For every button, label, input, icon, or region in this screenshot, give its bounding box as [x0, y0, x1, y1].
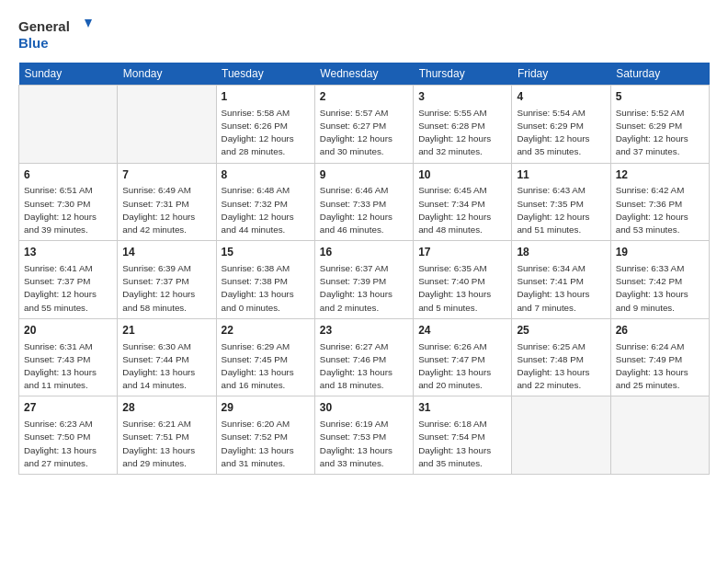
calendar-week-4: 20Sunrise: 6:31 AM Sunset: 7:43 PM Dayli…: [19, 318, 710, 396]
day-number: 20: [24, 323, 112, 339]
day-number: 22: [222, 323, 310, 339]
calendar-cell: 10Sunrise: 6:45 AM Sunset: 7:34 PM Dayli…: [414, 163, 512, 241]
day-number: 16: [320, 245, 408, 260]
day-number: 11: [517, 167, 605, 183]
calendar-cell: 13Sunrise: 6:41 AM Sunset: 7:37 PM Dayli…: [19, 241, 118, 319]
day-info: Sunrise: 5:55 AM Sunset: 6:28 PM Dayligh…: [418, 107, 506, 159]
day-number: 4: [517, 89, 605, 105]
day-info: Sunrise: 6:42 AM Sunset: 7:36 PM Dayligh…: [616, 184, 704, 236]
calendar-week-5: 27Sunrise: 6:23 AM Sunset: 7:50 PM Dayli…: [19, 396, 710, 475]
day-info: Sunrise: 6:43 AM Sunset: 7:35 PM Dayligh…: [517, 184, 605, 236]
day-header-monday: Monday: [118, 63, 216, 86]
day-number: 25: [517, 323, 605, 339]
calendar-cell: 18Sunrise: 6:34 AM Sunset: 7:41 PM Dayli…: [512, 241, 610, 319]
svg-marker-2: [85, 19, 92, 28]
day-info: Sunrise: 6:25 AM Sunset: 7:48 PM Dayligh…: [517, 340, 605, 393]
day-info: Sunrise: 6:38 AM Sunset: 7:38 PM Dayligh…: [222, 262, 310, 315]
day-number: 23: [320, 323, 408, 339]
calendar-cell: 21Sunrise: 6:30 AM Sunset: 7:44 PM Dayli…: [118, 318, 216, 396]
calendar-cell: 28Sunrise: 6:21 AM Sunset: 7:51 PM Dayli…: [118, 396, 216, 475]
calendar-cell: 23Sunrise: 6:27 AM Sunset: 7:46 PM Dayli…: [314, 318, 413, 396]
calendar-table: SundayMondayTuesdayWednesdayThursdayFrid…: [18, 63, 710, 475]
calendar-cell: [118, 86, 216, 164]
calendar-cell: 7Sunrise: 6:49 AM Sunset: 7:31 PM Daylig…: [118, 163, 216, 241]
day-number: 31: [418, 400, 506, 416]
day-number: 5: [616, 89, 704, 105]
calendar-cell: 20Sunrise: 6:31 AM Sunset: 7:43 PM Dayli…: [19, 318, 118, 396]
calendar-cell: 22Sunrise: 6:29 AM Sunset: 7:45 PM Dayli…: [216, 318, 314, 396]
logo: General Blue: [18, 15, 92, 53]
day-info: Sunrise: 6:23 AM Sunset: 7:50 PM Dayligh…: [24, 418, 112, 470]
calendar-cell: 26Sunrise: 6:24 AM Sunset: 7:49 PM Dayli…: [610, 318, 709, 396]
calendar-cell: 1Sunrise: 5:58 AM Sunset: 6:26 PM Daylig…: [216, 86, 314, 164]
day-number: 26: [616, 323, 704, 339]
calendar-cell: [610, 396, 709, 475]
header: General Blue: [18, 15, 710, 53]
calendar-cell: 19Sunrise: 6:33 AM Sunset: 7:42 PM Dayli…: [610, 241, 709, 319]
day-info: Sunrise: 6:24 AM Sunset: 7:49 PM Dayligh…: [616, 340, 704, 393]
day-info: Sunrise: 6:20 AM Sunset: 7:52 PM Dayligh…: [222, 418, 310, 470]
day-number: 8: [222, 167, 310, 183]
day-info: Sunrise: 6:46 AM Sunset: 7:33 PM Dayligh…: [320, 184, 408, 236]
day-header-tuesday: Tuesday: [216, 63, 314, 86]
calendar-cell: 30Sunrise: 6:19 AM Sunset: 7:53 PM Dayli…: [314, 396, 413, 475]
day-number: 30: [320, 400, 408, 416]
calendar-week-1: 1Sunrise: 5:58 AM Sunset: 6:26 PM Daylig…: [19, 86, 710, 164]
day-info: Sunrise: 6:45 AM Sunset: 7:34 PM Dayligh…: [418, 184, 506, 236]
day-info: Sunrise: 5:54 AM Sunset: 6:29 PM Dayligh…: [517, 107, 605, 159]
day-number: 27: [24, 400, 112, 416]
calendar-cell: [19, 86, 118, 164]
calendar-cell: 2Sunrise: 5:57 AM Sunset: 6:27 PM Daylig…: [314, 86, 413, 164]
day-header-thursday: Thursday: [414, 63, 512, 86]
calendar-cell: 5Sunrise: 5:52 AM Sunset: 6:29 PM Daylig…: [610, 86, 709, 164]
day-number: 29: [222, 400, 310, 416]
day-info: Sunrise: 6:51 AM Sunset: 7:30 PM Dayligh…: [24, 184, 112, 236]
calendar-cell: 4Sunrise: 5:54 AM Sunset: 6:29 PM Daylig…: [512, 86, 610, 164]
calendar-header-row: SundayMondayTuesdayWednesdayThursdayFrid…: [19, 63, 710, 86]
day-number: 14: [122, 245, 210, 260]
calendar-cell: 27Sunrise: 6:23 AM Sunset: 7:50 PM Dayli…: [19, 396, 118, 475]
calendar-week-2: 6Sunrise: 6:51 AM Sunset: 7:30 PM Daylig…: [19, 163, 710, 241]
day-info: Sunrise: 6:27 AM Sunset: 7:46 PM Dayligh…: [320, 340, 408, 393]
day-info: Sunrise: 5:52 AM Sunset: 6:29 PM Dayligh…: [616, 107, 704, 159]
day-header-friday: Friday: [512, 63, 610, 86]
calendar-body: 1Sunrise: 5:58 AM Sunset: 6:26 PM Daylig…: [19, 86, 710, 475]
calendar-cell: 29Sunrise: 6:20 AM Sunset: 7:52 PM Dayli…: [216, 396, 314, 475]
day-number: 15: [222, 245, 310, 260]
day-info: Sunrise: 6:31 AM Sunset: 7:43 PM Dayligh…: [24, 340, 112, 393]
day-info: Sunrise: 6:21 AM Sunset: 7:51 PM Dayligh…: [122, 418, 210, 470]
day-info: Sunrise: 6:34 AM Sunset: 7:41 PM Dayligh…: [517, 262, 605, 315]
day-number: 10: [418, 167, 506, 183]
calendar-cell: [512, 396, 610, 475]
day-info: Sunrise: 6:39 AM Sunset: 7:37 PM Dayligh…: [122, 262, 210, 315]
calendar-cell: 11Sunrise: 6:43 AM Sunset: 7:35 PM Dayli…: [512, 163, 610, 241]
day-info: Sunrise: 6:35 AM Sunset: 7:40 PM Dayligh…: [418, 262, 506, 315]
day-info: Sunrise: 6:30 AM Sunset: 7:44 PM Dayligh…: [122, 340, 210, 393]
calendar-cell: 8Sunrise: 6:48 AM Sunset: 7:32 PM Daylig…: [216, 163, 314, 241]
calendar-cell: 9Sunrise: 6:46 AM Sunset: 7:33 PM Daylig…: [314, 163, 413, 241]
day-number: 7: [122, 167, 210, 183]
day-number: 13: [24, 245, 112, 260]
calendar-cell: 25Sunrise: 6:25 AM Sunset: 7:48 PM Dayli…: [512, 318, 610, 396]
svg-text:General: General: [18, 18, 70, 34]
day-info: Sunrise: 5:57 AM Sunset: 6:27 PM Dayligh…: [320, 107, 408, 159]
day-number: 2: [320, 89, 408, 105]
day-info: Sunrise: 6:48 AM Sunset: 7:32 PM Dayligh…: [222, 184, 310, 236]
day-info: Sunrise: 6:18 AM Sunset: 7:54 PM Dayligh…: [418, 418, 506, 470]
calendar-page: General Blue SundayMondayTuesdayWednesda…: [0, 0, 728, 563]
day-number: 19: [616, 245, 704, 260]
svg-text:Blue: Blue: [18, 35, 49, 51]
day-header-saturday: Saturday: [610, 63, 709, 86]
calendar-cell: 15Sunrise: 6:38 AM Sunset: 7:38 PM Dayli…: [216, 241, 314, 319]
calendar-cell: 16Sunrise: 6:37 AM Sunset: 7:39 PM Dayli…: [314, 241, 413, 319]
day-info: Sunrise: 5:58 AM Sunset: 6:26 PM Dayligh…: [222, 107, 310, 159]
day-number: 17: [418, 245, 506, 260]
logo-svg: General Blue: [18, 15, 92, 53]
day-number: 1: [222, 89, 310, 105]
day-info: Sunrise: 6:41 AM Sunset: 7:37 PM Dayligh…: [24, 262, 112, 315]
day-number: 12: [616, 167, 704, 183]
calendar-cell: 24Sunrise: 6:26 AM Sunset: 7:47 PM Dayli…: [414, 318, 512, 396]
day-number: 21: [122, 323, 210, 339]
day-info: Sunrise: 6:33 AM Sunset: 7:42 PM Dayligh…: [616, 262, 704, 315]
calendar-cell: 14Sunrise: 6:39 AM Sunset: 7:37 PM Dayli…: [118, 241, 216, 319]
